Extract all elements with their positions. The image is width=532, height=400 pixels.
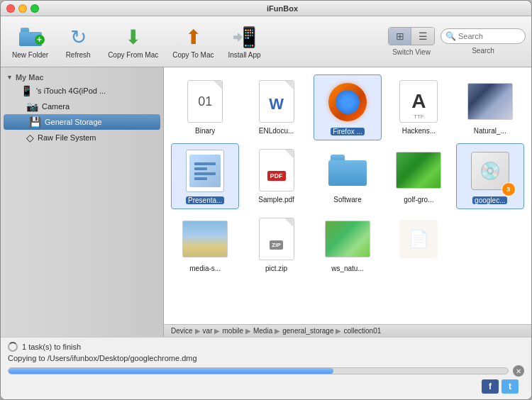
- window-controls: [6, 4, 39, 13]
- install-app-button[interactable]: 📲 Install App: [222, 21, 266, 62]
- titlebar: iFunBox: [1, 1, 531, 16]
- social-icons: f t: [8, 377, 524, 395]
- breadcrumb-item[interactable]: Media: [253, 327, 272, 335]
- copy-status-row: Copying to /Users/ifunbox/Desktop/google…: [8, 354, 524, 362]
- file-name: pict.zip: [265, 265, 287, 272]
- file-name: Hackens...: [402, 127, 436, 135]
- refresh-icon: ↻: [65, 24, 91, 50]
- install-app-icon: 📲: [232, 24, 257, 50]
- breadcrumb: Device ▶ var ▶ mobile ▶ Media ▶ general_…: [164, 324, 531, 337]
- general-storage-label: General Storage: [45, 118, 102, 126]
- facebook-icon[interactable]: f: [482, 379, 499, 394]
- search-label: Search: [472, 47, 494, 55]
- file-name: Sample.pdf: [258, 196, 294, 204]
- toolbar-right: ⊞ ☰ Switch View 🔍 Search: [388, 27, 526, 56]
- sidebar-section-mymac: ▼ My Mac 📱 's iTouch 4G(iPod ... 📷 Camer…: [1, 70, 163, 147]
- progress-bar: [8, 367, 509, 374]
- breadcrumb-item[interactable]: general_storage: [282, 327, 333, 335]
- file-name: Firefox ...: [331, 128, 365, 135]
- sidebar-my-mac-header[interactable]: ▼ My Mac: [1, 72, 163, 83]
- breadcrumb-sep: ▶: [195, 327, 201, 335]
- file-icon-zip: ZIP: [254, 216, 299, 262]
- file-icon-photo-nature: [325, 216, 370, 262]
- new-folder-icon: +: [18, 24, 43, 50]
- list-item[interactable]: ZIP pict.zip: [242, 212, 310, 277]
- list-view-button[interactable]: ☰: [411, 28, 434, 45]
- file-name: media-s...: [189, 265, 221, 272]
- list-item[interactable]: Firefox ...: [314, 74, 382, 140]
- breadcrumb-item[interactable]: mobile: [222, 327, 243, 335]
- file-name: Natural_...: [474, 127, 506, 135]
- search-box: 🔍 Search: [440, 28, 526, 55]
- twitter-icon[interactable]: t: [501, 379, 519, 394]
- grid-view-button[interactable]: ⊞: [389, 28, 411, 45]
- main-window: iFunBox + New Folder ↻ Refresh ⬇ Copy: [0, 0, 532, 400]
- file-name: Binary: [195, 127, 215, 135]
- list-item[interactable]: W ENLdocu...: [242, 74, 310, 140]
- breadcrumb-item[interactable]: collection01: [343, 327, 381, 335]
- list-item[interactable]: Presenta...: [171, 143, 239, 209]
- sidebar: ▼ My Mac 📱 's iTouch 4G(iPod ... 📷 Camer…: [1, 67, 164, 337]
- raw-file-system-label: Raw File System: [38, 133, 96, 142]
- refresh-label: Refresh: [66, 51, 91, 59]
- list-item[interactable]: Natural_...: [456, 74, 524, 140]
- copy-from-mac-label: Copy From Mac: [108, 51, 158, 59]
- sidebar-item-camera[interactable]: 📷 Camera: [1, 99, 163, 114]
- list-item[interactable]: ws_natu...: [314, 212, 382, 277]
- file-icon-binary: 01: [182, 79, 228, 124]
- task-count-text: 1 task(s) to finish: [22, 343, 81, 351]
- breadcrumb-item[interactable]: var: [203, 327, 213, 335]
- copy-status-text: Copying to /Users/ifunbox/Desktop/google…: [8, 354, 197, 362]
- file-name: ENLdocu...: [259, 127, 294, 135]
- new-folder-button[interactable]: + New Folder: [6, 21, 54, 62]
- maximize-button[interactable]: [31, 4, 39, 13]
- file-icon-firefox: [325, 79, 370, 125]
- file-name: Presenta...: [186, 196, 224, 204]
- sidebar-item-raw-file-system[interactable]: ◇ Raw File System: [1, 130, 163, 145]
- file-icon-google: 💿 3: [467, 148, 513, 194]
- list-item[interactable]: PDF Sample.pdf: [242, 143, 310, 209]
- list-item[interactable]: golf-gro...: [384, 143, 453, 209]
- copy-to-mac-label: Copy To Mac: [172, 51, 214, 59]
- file-icon-ttf: A TTF: [396, 79, 441, 124]
- breadcrumb-sep: ▶: [245, 327, 251, 335]
- list-item[interactable]: 01 Binary: [171, 74, 239, 140]
- device-label: 's iTouch 4G(iPod ...: [36, 87, 106, 95]
- breadcrumb-sep: ▶: [336, 327, 341, 335]
- minimize-button[interactable]: [18, 4, 27, 13]
- list-item-empty: 📄: [384, 212, 453, 277]
- file-name: ws_natu...: [331, 265, 364, 272]
- file-icon-photo-storm: [467, 79, 513, 124]
- camera-label: Camera: [42, 102, 70, 111]
- loading-spinner: [8, 342, 18, 352]
- list-item[interactable]: 💿 3 googlec...: [456, 143, 524, 209]
- switch-view-group: ⊞ ☰ Switch View: [388, 27, 435, 56]
- switch-view-label: Switch View: [392, 48, 431, 56]
- status-bar: 1 task(s) to finish Copying to /Users/if…: [1, 337, 531, 399]
- copy-to-mac-button[interactable]: ⬆ Copy To Mac: [167, 21, 219, 62]
- install-app-label: Install App: [228, 51, 260, 59]
- filesystem-icon: ◇: [26, 132, 34, 143]
- progress-close-button[interactable]: ✕: [513, 365, 524, 377]
- new-folder-label: New Folder: [12, 51, 48, 59]
- list-item[interactable]: A TTF Hackens...: [384, 74, 453, 140]
- my-mac-label: My Mac: [16, 73, 44, 82]
- file-icon-pdf: PDF: [254, 148, 299, 193]
- camera-icon: 📷: [26, 101, 38, 112]
- breadcrumb-sep: ▶: [275, 327, 280, 335]
- progress-bar-fill: [9, 368, 333, 374]
- file-icon-photo-beach: [182, 216, 228, 262]
- refresh-button[interactable]: ↻ Refresh: [57, 21, 99, 62]
- switch-view-buttons: ⊞ ☰: [388, 27, 435, 45]
- window-title: iFunBox: [39, 4, 526, 13]
- device-icon: 📱: [21, 85, 33, 96]
- copy-from-mac-button[interactable]: ⬇ Copy From Mac: [102, 21, 164, 62]
- sidebar-item-device[interactable]: 📱 's iTouch 4G(iPod ...: [1, 83, 163, 99]
- close-button[interactable]: [6, 4, 15, 13]
- progress-row: ✕: [8, 365, 524, 377]
- status-row: 1 task(s) to finish: [8, 342, 524, 352]
- list-item[interactable]: Software: [314, 143, 382, 209]
- breadcrumb-item[interactable]: Device: [171, 327, 193, 335]
- sidebar-item-general-storage[interactable]: 💾 General Storage: [4, 114, 160, 130]
- list-item[interactable]: media-s...: [171, 212, 239, 277]
